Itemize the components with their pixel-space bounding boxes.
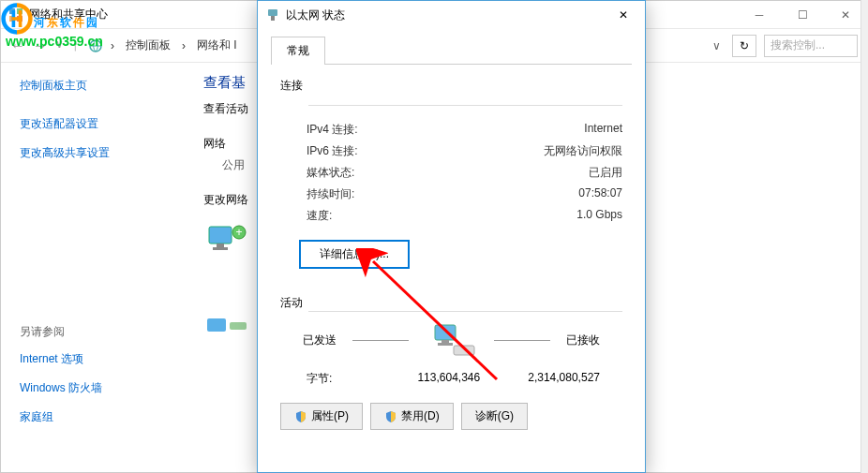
bytes-sent: 113,604,346: [417, 371, 480, 387]
forward-button[interactable]: →: [33, 37, 48, 54]
duration-label: 持续时间:: [307, 186, 354, 202]
speed-label: 速度:: [307, 208, 332, 224]
svg-rect-1: [17, 8, 22, 14]
svg-rect-15: [441, 340, 449, 343]
up-button[interactable]: ↑: [71, 37, 79, 54]
svg-rect-14: [435, 325, 456, 340]
dialog-close-button[interactable]: ✕: [602, 1, 645, 29]
details-button[interactable]: 详细信息(E)...: [299, 240, 410, 269]
activity-header: 活动: [280, 295, 622, 311]
ipv6-label: IPv6 连接:: [307, 143, 358, 159]
bytes-received: 2,314,080,527: [528, 371, 600, 387]
search-input[interactable]: 搜索控制...: [764, 35, 858, 57]
activity-icon: [426, 321, 478, 359]
nav-arrows: ← → ∨ ↑: [10, 37, 79, 54]
bg-window-buttons: ─ ☐ ✕: [738, 1, 867, 29]
history-dropdown[interactable]: ∨: [55, 37, 64, 54]
svg-rect-13: [271, 16, 275, 21]
sidebar-homegroup[interactable]: 家庭组: [20, 409, 170, 425]
crumb-sep: ›: [178, 37, 189, 54]
minimize-button[interactable]: ─: [738, 1, 781, 29]
tab-general[interactable]: 常规: [271, 37, 325, 65]
right-edge: [861, 0, 868, 473]
bg-title: 网络和共享中心: [29, 7, 108, 22]
sidebar-advanced[interactable]: 更改高级共享设置: [20, 145, 170, 161]
ethernet-icon: [265, 7, 280, 22]
refresh-button[interactable]: ↻: [732, 35, 756, 57]
ipv4-value: Internet: [584, 122, 622, 138]
back-button[interactable]: ←: [10, 37, 25, 54]
sidebar: 控制面板主页 更改适配器设置 更改高级共享设置 另请参阅 Internet 选项…: [1, 63, 188, 472]
connection-icon-2[interactable]: [203, 313, 260, 347]
bytes-label: 字节:: [307, 371, 332, 387]
svg-rect-0: [9, 8, 15, 14]
address-dropdown[interactable]: ∨: [704, 35, 728, 57]
divider: [308, 105, 622, 106]
sent-label: 已发送: [303, 333, 337, 348]
svg-rect-11: [230, 322, 247, 330]
media-value: 已启用: [589, 165, 622, 181]
shield-icon: [384, 410, 397, 423]
maximize-button[interactable]: ☐: [781, 1, 824, 29]
sidebar-firewall[interactable]: Windows 防火墙: [20, 380, 170, 396]
crumb-1[interactable]: 控制面板: [122, 36, 174, 55]
ipv4-label: IPv4 连接:: [307, 122, 358, 138]
svg-rect-5: [209, 227, 232, 244]
crumb-2[interactable]: 网络和 I: [193, 36, 241, 55]
activity-line: [352, 340, 409, 341]
svg-rect-7: [213, 247, 228, 250]
received-label: 已接收: [566, 333, 600, 348]
sidebar-internet-options[interactable]: Internet 选项: [20, 351, 170, 367]
disable-button[interactable]: 禁用(D): [370, 403, 454, 430]
dialog-title: 以太网 状态: [286, 7, 345, 23]
diagnose-button[interactable]: 诊断(G): [461, 403, 528, 430]
shield-icon: [294, 410, 307, 423]
sidebar-adapter[interactable]: 更改适配器设置: [20, 116, 170, 132]
connection-header: 连接: [280, 78, 622, 94]
crumb-sep: ›: [107, 37, 118, 54]
sidebar-also-header: 另请参阅: [20, 324, 170, 340]
ipv6-value: 无网络访问权限: [544, 143, 622, 159]
svg-rect-3: [17, 16, 22, 22]
svg-rect-16: [438, 343, 453, 346]
svg-rect-6: [217, 244, 224, 247]
speed-value: 1.0 Gbps: [576, 208, 622, 224]
svg-rect-10: [207, 318, 226, 332]
network-center-icon: [8, 7, 23, 22]
breadcrumb[interactable]: › 控制面板 › 网络和 I: [88, 36, 241, 55]
dialog-titlebar: 以太网 状态: [258, 1, 645, 29]
svg-text:+: +: [235, 226, 242, 239]
tabs: 常规: [271, 37, 632, 65]
properties-button[interactable]: 属性(P): [280, 403, 363, 430]
svg-rect-2: [9, 16, 15, 22]
svg-rect-17: [454, 346, 474, 355]
activity-line: [494, 340, 550, 341]
duration-value: 07:58:07: [578, 186, 622, 202]
media-label: 媒体状态:: [307, 165, 354, 181]
sidebar-home[interactable]: 控制面板主页: [20, 78, 170, 94]
network-icon: [88, 38, 103, 53]
svg-rect-12: [268, 9, 277, 16]
ethernet-status-dialog: 以太网 状态 ✕ 常规 连接 IPv4 连接:Internet IPv6 连接:…: [257, 0, 646, 473]
connection-icon-1[interactable]: +: [203, 223, 260, 257]
